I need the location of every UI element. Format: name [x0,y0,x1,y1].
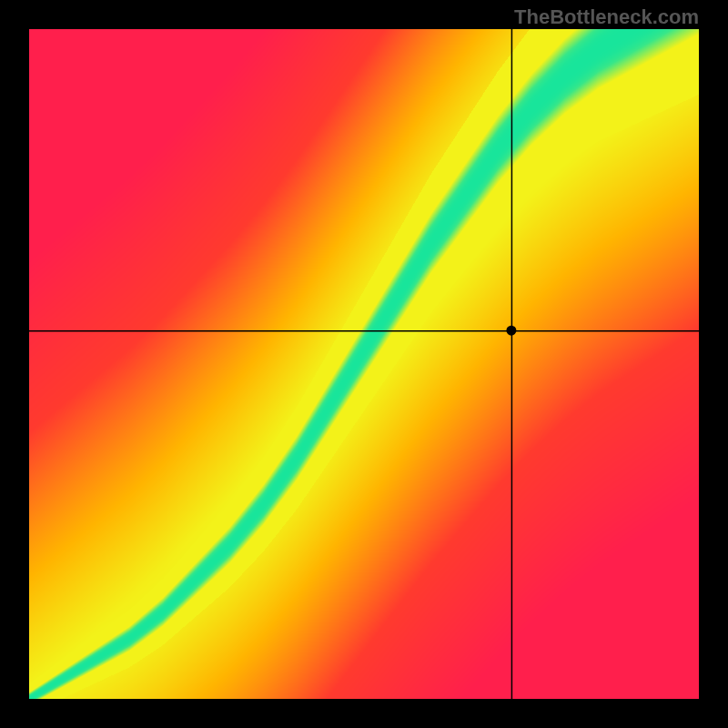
watermark-text: TheBottleneck.com [514,5,699,29]
plot-area [29,29,699,699]
heatmap-canvas [29,29,699,699]
chart-container: TheBottleneck.com [0,0,728,728]
